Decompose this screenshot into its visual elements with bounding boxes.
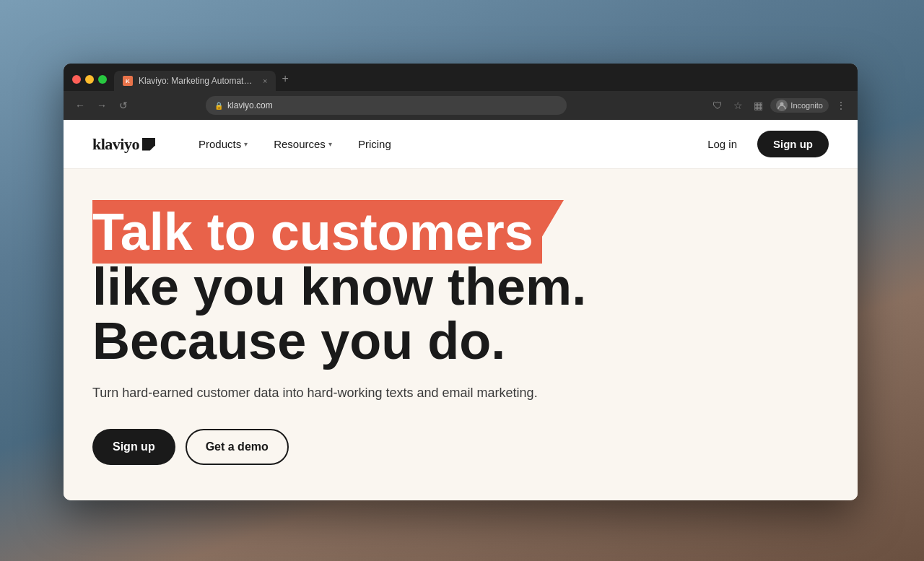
website-content: klaviyo Products ▾ Resources ▾ Pricing L… <box>64 120 858 500</box>
incognito-avatar <box>776 100 788 111</box>
hero-demo-button[interactable]: Get a demo <box>186 429 289 465</box>
ssl-lock-icon: 🔒 <box>214 102 223 110</box>
hero-buttons: Sign up Get a demo <box>92 429 829 465</box>
site-logo[interactable]: klaviyo <box>92 135 155 154</box>
tab-close-button[interactable]: × <box>263 77 267 85</box>
chevron-down-icon: ▾ <box>328 140 332 148</box>
logo-mark <box>142 138 155 151</box>
nav-links: Products ▾ Resources ▾ Pricing <box>199 138 699 150</box>
window-controls <box>72 75 114 91</box>
nav-actions: Log in Sign up <box>699 131 829 157</box>
browser-chrome: K Klaviyo: Marketing Automation × + ← → … <box>64 64 858 120</box>
hero-section: Talk to customers like you know them. Be… <box>64 169 858 494</box>
refresh-button[interactable]: ↺ <box>116 97 131 113</box>
url-text: klaviyo.com <box>227 100 273 110</box>
hero-headline-line1: like you know them. <box>92 258 586 316</box>
tab-favicon: K <box>123 76 133 86</box>
incognito-label: Incognito <box>790 101 823 110</box>
forward-button[interactable]: → <box>94 97 110 113</box>
signup-button-nav[interactable]: Sign up <box>757 131 829 157</box>
address-bar: ← → ↺ 🔒 klaviyo.com 🛡 ☆ ▦ <box>64 91 858 120</box>
hero-headline: Talk to customers like you know them. Be… <box>92 205 829 369</box>
browser-tab-active[interactable]: K Klaviyo: Marketing Automation × <box>114 71 276 91</box>
chevron-down-icon: ▾ <box>244 140 248 148</box>
more-options-icon[interactable]: ⋮ <box>833 97 849 113</box>
toolbar-right: 🛡 ☆ ▦ Incognito ⋮ <box>710 97 849 113</box>
hero-signup-button[interactable]: Sign up <box>92 429 175 465</box>
hero-headline-line2: Because you do. <box>92 312 505 370</box>
nav-products[interactable]: Products ▾ <box>199 138 248 150</box>
hero-subtext: Turn hard-earned customer data into hard… <box>92 383 829 403</box>
logo-text: klaviyo <box>92 135 139 154</box>
login-button[interactable]: Log in <box>699 132 746 156</box>
tab-title: Klaviyo: Marketing Automation <box>139 76 254 86</box>
maximize-window-button[interactable] <box>98 75 107 84</box>
site-navbar: klaviyo Products ▾ Resources ▾ Pricing L… <box>64 120 858 169</box>
back-button[interactable]: ← <box>72 97 88 113</box>
url-bar[interactable]: 🔒 klaviyo.com <box>206 96 567 115</box>
sidebar-icon[interactable]: ▦ <box>750 97 766 113</box>
hero-headline-highlighted: Talk to customers <box>92 200 542 264</box>
incognito-badge[interactable]: Incognito <box>770 98 829 113</box>
bookmark-icon[interactable]: ☆ <box>730 97 746 113</box>
nav-resources[interactable]: Resources ▾ <box>274 138 332 150</box>
shield-icon[interactable]: 🛡 <box>710 97 725 113</box>
minimize-window-button[interactable] <box>85 75 94 84</box>
browser-window: K Klaviyo: Marketing Automation × + ← → … <box>64 64 858 500</box>
nav-pricing[interactable]: Pricing <box>358 138 391 150</box>
tab-bar: K Klaviyo: Marketing Automation × + <box>64 64 858 91</box>
close-window-button[interactable] <box>72 75 81 84</box>
new-tab-button[interactable]: + <box>276 72 294 91</box>
